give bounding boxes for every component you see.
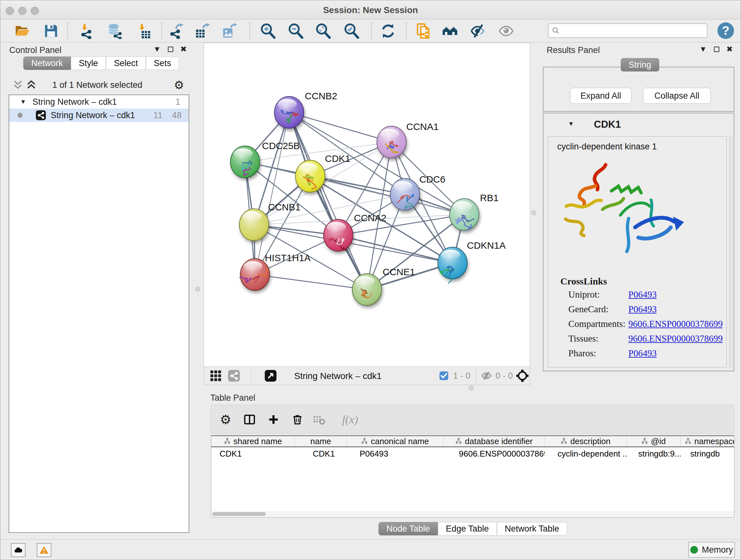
- network-collection-row[interactable]: ▼ String Network – cdk1 1: [9, 95, 189, 109]
- network-label: String Network – cdk1: [51, 111, 135, 120]
- string-view-icon[interactable]: [227, 369, 240, 382]
- cell-database-identifier[interactable]: 9606.ENSP00000378699: [444, 449, 545, 460]
- crosslink-link[interactable]: P06493: [628, 348, 657, 359]
- eye-icon: [498, 23, 514, 39]
- close-panel-icon[interactable]: ✖: [726, 45, 733, 53]
- table-settings-gear-icon[interactable]: ⚙: [218, 412, 233, 427]
- expand-all-button[interactable]: Expand All: [570, 88, 631, 104]
- save-session-button[interactable]: [42, 22, 60, 40]
- network-options-gear-icon[interactable]: ⚙: [174, 78, 184, 92]
- column-header-id[interactable]: @id: [627, 436, 681, 446]
- zoom-selected-button[interactable]: [342, 22, 361, 40]
- warning-icon: [39, 545, 49, 555]
- tab-network[interactable]: Network: [23, 57, 71, 70]
- column-header-canonical-name[interactable]: canonical name: [347, 436, 444, 446]
- import-table-button[interactable]: [134, 22, 153, 40]
- crosslink-link[interactable]: 9606.ENSP00000378699: [628, 319, 723, 329]
- cell-description[interactable]: cyclin-dependent ...: [545, 449, 627, 460]
- network-row-selected[interactable]: String Network – cdk1 11 48: [9, 109, 189, 122]
- selected-checkbox-icon[interactable]: [439, 371, 449, 381]
- memory-button[interactable]: Memory: [688, 542, 735, 558]
- scrollbar-thumb[interactable]: [212, 512, 266, 516]
- column-header-namespace[interactable]: namespace: [681, 436, 734, 446]
- network-node-CCNB2[interactable]: CCNB2: [274, 91, 337, 128]
- network-column-icon: [642, 438, 648, 444]
- network-column-icon: [685, 438, 691, 444]
- home-button[interactable]: [441, 22, 459, 40]
- column-header-description[interactable]: description: [545, 436, 627, 446]
- float-panel-icon[interactable]: [714, 47, 719, 52]
- cell-id[interactable]: stringdb:9...: [627, 449, 681, 460]
- node-label: CCNB1: [268, 202, 300, 212]
- network-node-HIST1H1A[interactable]: HIST1H1A: [240, 253, 311, 291]
- gene-expander-icon[interactable]: ▼: [568, 120, 574, 127]
- cell-canonical-name[interactable]: P06493: [347, 449, 444, 460]
- import-network-from-database-button[interactable]: [106, 22, 124, 40]
- collection-expander-icon[interactable]: ▼: [20, 98, 26, 105]
- help-button[interactable]: ?: [718, 22, 734, 39]
- table-row[interactable]: CDK1 CDK1 P06493 9606.ENSP00000378699 cy…: [211, 449, 734, 460]
- export-network-button[interactable]: [167, 22, 185, 40]
- network-node-CCNE1[interactable]: CCNE1: [352, 266, 415, 306]
- tab-network-table[interactable]: Network Table: [497, 522, 567, 536]
- panel-menu-icon[interactable]: ▼: [153, 45, 161, 53]
- results-scrollbar[interactable]: [729, 136, 733, 368]
- node-label: CDK1: [325, 153, 350, 164]
- network-node-RB1[interactable]: RB1: [450, 192, 498, 231]
- results-tab-string[interactable]: String: [621, 58, 659, 71]
- selected-node-edge-counts: 1 - 0: [453, 371, 470, 381]
- show-all-button[interactable]: [497, 22, 515, 40]
- collapse-all-button[interactable]: Collapse All: [643, 88, 711, 104]
- protein-structure-image: [555, 155, 695, 267]
- zoom-fit-button[interactable]: [314, 22, 333, 40]
- export-image-button[interactable]: [220, 22, 239, 40]
- refresh-view-button[interactable]: [379, 22, 397, 40]
- open-session-button[interactable]: [13, 22, 31, 40]
- crosslink-link[interactable]: P06493: [628, 304, 657, 314]
- zoom-in-button[interactable]: [259, 22, 277, 40]
- gene-name: CDK1: [594, 119, 621, 130]
- splitter-grip[interactable]: [469, 386, 474, 390]
- cell-namespace[interactable]: stringdb: [681, 449, 734, 460]
- show-columns-icon[interactable]: [242, 412, 257, 427]
- cell-shared-name[interactable]: CDK1: [211, 449, 295, 460]
- warnings-button[interactable]: [37, 543, 51, 557]
- zoom-out-button[interactable]: [286, 22, 305, 40]
- table-horizontal-scrollbar[interactable]: [212, 511, 734, 517]
- crosslink-link[interactable]: P06493: [628, 289, 657, 300]
- bar-separator: [251, 369, 252, 383]
- tab-node-table[interactable]: Node Table: [379, 522, 438, 536]
- panel-menu-icon[interactable]: ▼: [699, 45, 707, 53]
- export-table-button[interactable]: [193, 22, 212, 40]
- export-network-icon: [168, 23, 184, 39]
- hide-selected-button[interactable]: [469, 22, 487, 40]
- import-network-button[interactable]: [77, 22, 95, 40]
- close-panel-icon[interactable]: ✖: [180, 45, 187, 53]
- gene-header[interactable]: ▼ CDK1: [543, 113, 734, 136]
- network-node-CCNA1[interactable]: CCNA1: [377, 121, 439, 158]
- tab-style[interactable]: Style: [71, 57, 106, 70]
- create-column-icon[interactable]: [266, 412, 281, 427]
- cloud-status-button[interactable]: [11, 543, 25, 557]
- tab-sets[interactable]: Sets: [146, 57, 179, 70]
- network-column-icon: [561, 438, 567, 444]
- detach-view-icon[interactable]: [264, 369, 277, 382]
- column-header-shared-name[interactable]: shared name: [211, 436, 295, 446]
- delete-column-trash-icon[interactable]: [290, 412, 305, 427]
- column-header-database-identifier[interactable]: database identifier: [444, 436, 545, 446]
- column-header-name[interactable]: name: [295, 436, 347, 446]
- search-input[interactable]: [560, 24, 707, 37]
- grid-view-icon[interactable]: [209, 369, 222, 382]
- network-node-CDKN1A[interactable]: CDKN1A: [438, 240, 506, 283]
- network-graph[interactable]: CCNB2CCNA1CDC25BCDK1CDC6RB1CCNB1CCNA2CDK…: [204, 43, 530, 367]
- network-view-canvas[interactable]: CCNB2CCNA1CDC25BCDK1CDC6RB1CCNB1CCNA2CDK…: [204, 43, 530, 367]
- birds-eye-navigator-icon[interactable]: [516, 369, 529, 382]
- splitter-grip[interactable]: [531, 210, 536, 215]
- float-panel-icon[interactable]: [168, 47, 173, 52]
- splitter-grip[interactable]: [195, 287, 200, 292]
- clone-network-button[interactable]: [414, 22, 433, 40]
- tab-edge-table[interactable]: Edge Table: [438, 522, 497, 536]
- crosslink-link[interactable]: 9606.ENSP00000378699: [628, 333, 723, 344]
- cell-name[interactable]: CDK1: [295, 449, 347, 460]
- tab-select[interactable]: Select: [106, 57, 146, 70]
